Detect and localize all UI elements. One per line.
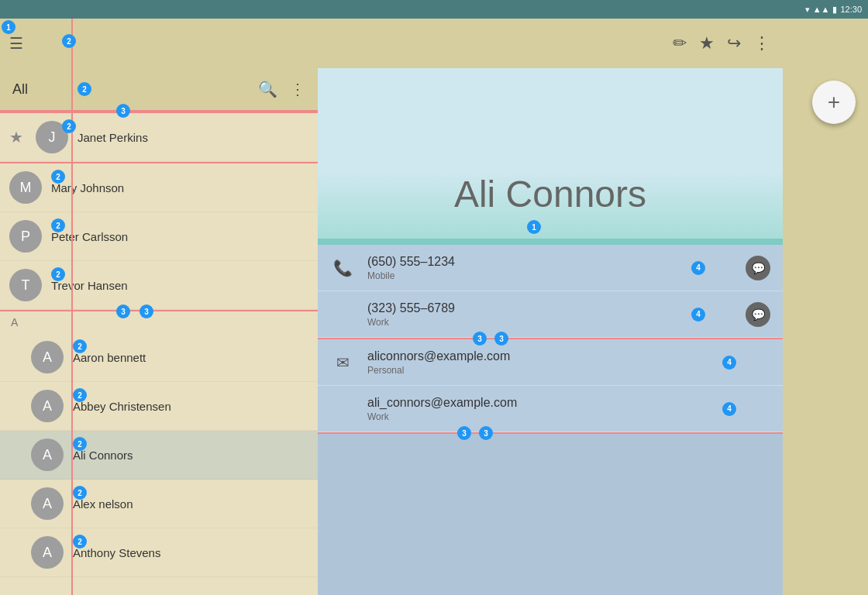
detail-pane: ✏ ★ ↪ ⋮ 1 Ali Connors 📞 (650) 555–1234 M…	[318, 19, 783, 595]
chat-icon-2[interactable]: 💬	[746, 302, 770, 327]
star-icon-detail[interactable]: ★	[699, 33, 715, 53]
avatar-janet: J	[36, 121, 68, 153]
email-2-value: ali_connors@example.com	[367, 396, 770, 410]
contact-item-abbey[interactable]: A 2 Abbey Christensen	[0, 382, 318, 431]
email-1-value: aliconnors@example.com	[367, 349, 770, 363]
sidebar-toolbar: ☰ 1 2	[0, 19, 318, 68]
wifi-icon: ▾	[805, 5, 810, 15]
phone-1-value: (650) 555–1234	[367, 255, 733, 269]
all-title: All	[12, 81, 258, 98]
email-2-label: Work	[367, 411, 770, 422]
contact-item-peter[interactable]: P 2 Peter Carlsson	[0, 212, 318, 261]
contact-name-abbey: Abbey Christensen	[73, 400, 171, 413]
status-bar: ▾ ▲▲ ▮ 12:30	[0, 0, 868, 19]
ann-badge-1: 1	[2, 20, 16, 34]
phone-row-2: (323) 555–6789 Work 4 💬	[318, 291, 783, 338]
avatar-anthony: A	[31, 536, 64, 569]
contact-list: ★ J 2 Janet Perkins M 2 Mary Johnson P 2…	[0, 112, 318, 595]
avatar-alex: A	[31, 487, 64, 520]
phone-2-content: (323) 555–6789 Work	[367, 301, 733, 328]
contact-item-alex[interactable]: A 2 Alex nelson	[0, 480, 318, 528]
contact-item-trevor[interactable]: T 2 Trevor Hansen	[0, 261, 318, 310]
ann-badge-2a: 2	[62, 34, 76, 48]
teal-stripe	[318, 239, 783, 245]
contact-item-anthony[interactable]: A 2 Anthony Stevens	[0, 528, 318, 577]
menu-icon[interactable]: ☰	[9, 34, 23, 53]
contact-item-aaron[interactable]: A 2 Aaron bennett	[0, 333, 318, 382]
detail-fields: 📞 (650) 555–1234 Mobile 4 💬 (323) 555–67…	[318, 245, 783, 595]
email-1-content: aliconnors@example.com Personal	[367, 349, 770, 376]
email-1-label: Personal	[367, 365, 770, 376]
fab-button[interactable]: +	[812, 81, 856, 124]
avatar-peter: P	[9, 220, 42, 253]
field-divider-2: 3 3	[318, 432, 783, 434]
more-icon-detail[interactable]: ⋮	[753, 33, 770, 53]
avatar-aaron: A	[31, 341, 64, 373]
detail-toolbar: ✏ ★ ↪ ⋮	[318, 19, 783, 68]
email-row-2: ali_connors@example.com Work 4	[318, 386, 783, 432]
contact-name-janet: Janet Perkins	[78, 131, 148, 144]
sidebar-header: All 2 🔍 ⋮ 3	[0, 68, 318, 112]
email-icon: ✉	[330, 353, 355, 372]
contact-item-janet[interactable]: ★ J 2 Janet Perkins	[0, 113, 318, 162]
status-icons: ▾ ▲▲ ▮ 12:30	[805, 5, 862, 15]
contact-name-ali: Ali Connors	[73, 449, 133, 462]
signal-icon: ▲▲	[813, 5, 830, 14]
phone-1-content: (650) 555–1234 Mobile	[367, 255, 733, 281]
avatar-abbey: A	[31, 390, 64, 422]
edit-icon[interactable]: ✏	[673, 33, 687, 53]
contact-item-mary[interactable]: M 2 Mary Johnson	[0, 163, 318, 212]
phone-2-value: (323) 555–6789	[367, 301, 733, 315]
battery-icon: ▮	[832, 5, 837, 15]
phone-icon: 📞	[330, 259, 355, 277]
section-label-a: A	[11, 316, 29, 328]
sidebar-action-icons: 🔍 ⋮	[258, 80, 305, 98]
ann-badge-1a: 1	[527, 220, 541, 234]
contact-name-peter: Peter Carlsson	[51, 230, 128, 243]
contact-name-trevor: Trevor Hansen	[51, 279, 128, 292]
detail-header: 1 Ali Connors	[318, 68, 783, 239]
phone-1-label: Mobile	[367, 270, 733, 281]
detail-contact-name: Ali Connors	[454, 173, 646, 215]
time-display: 12:30	[840, 5, 862, 14]
contact-item-ali[interactable]: A 2 Ali Connors	[0, 431, 318, 480]
search-icon[interactable]: 🔍	[258, 80, 277, 98]
contact-name-aaron: Aaron bennett	[73, 351, 146, 364]
right-panel: +	[783, 19, 868, 595]
star-icon: ★	[9, 128, 23, 146]
email-row-1: ✉ aliconnors@example.com Personal 4	[318, 339, 783, 386]
contact-name-alex: Alex nelson	[73, 497, 133, 511]
contact-name-anthony: Anthony Stevens	[73, 546, 160, 559]
avatar-mary: M	[9, 171, 42, 204]
sidebar: ☰ 1 2 All 2 🔍 ⋮ 3 ★ J 2	[0, 19, 318, 595]
contact-name-mary: Mary Johnson	[51, 181, 124, 194]
more-icon[interactable]: ⋮	[290, 80, 305, 98]
phone-2-label: Work	[367, 317, 733, 328]
avatar-trevor: T	[9, 269, 42, 301]
phone-row-1: 📞 (650) 555–1234 Mobile 4 💬	[318, 245, 783, 291]
share-icon[interactable]: ↪	[727, 33, 741, 53]
avatar-ali: A	[31, 439, 64, 471]
email-2-content: ali_connors@example.com Work	[367, 396, 770, 422]
chat-icon-1[interactable]: 💬	[746, 256, 770, 280]
app-container: ☰ 1 2 All 2 🔍 ⋮ 3 ★ J 2	[0, 19, 868, 595]
